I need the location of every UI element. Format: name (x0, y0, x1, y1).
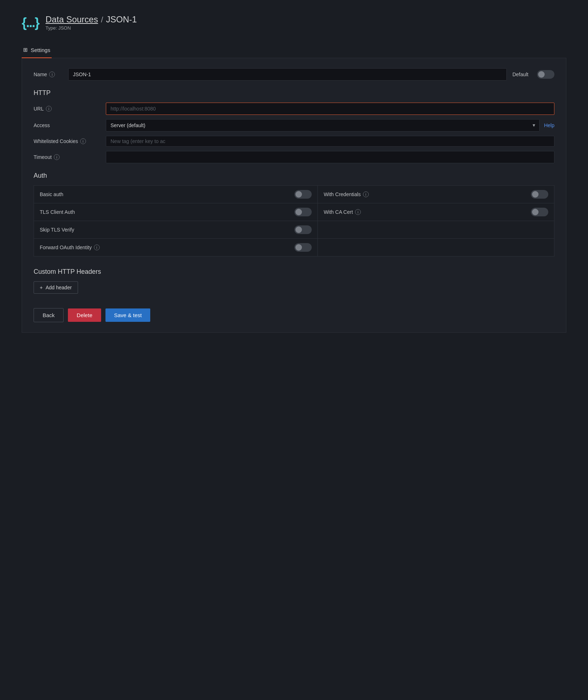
timeout-label: Timeout i (34, 154, 106, 160)
cookies-control (106, 136, 554, 147)
add-header-icon: + (40, 285, 43, 290)
forward-oauth-toggle[interactable] (294, 243, 312, 252)
access-label: Access (34, 122, 106, 128)
page-header: {...} Data Sources / JSON-1 Type: JSON (22, 14, 566, 31)
with-credentials-toggle[interactable] (531, 190, 548, 199)
auth-table: Basic auth With Credentials i (34, 185, 554, 256)
settings-tab-icon: ⊞ (23, 47, 28, 53)
basic-auth-label: Basic auth (40, 191, 63, 197)
forward-oauth-cell: Forward OAuth Identity i (34, 239, 318, 256)
bottom-actions: Back Delete Save & test (34, 308, 554, 322)
save-test-button[interactable]: Save & test (105, 308, 151, 322)
whitelisted-cookies-input[interactable] (106, 136, 554, 147)
auth-section-title: Auth (34, 172, 554, 180)
tls-client-auth-toggle[interactable] (294, 208, 312, 216)
basic-auth-toggle[interactable] (294, 190, 312, 199)
with-credentials-label: With Credentials (324, 191, 361, 197)
tab-settings-label: Settings (31, 47, 50, 53)
default-toggle[interactable] (537, 70, 554, 79)
auth-row-3: Skip TLS Verify (34, 221, 554, 239)
with-ca-cert-info-icon[interactable]: i (355, 209, 361, 215)
delete-button[interactable]: Delete (68, 308, 101, 322)
basic-auth-cell: Basic auth (34, 186, 318, 203)
tabs-bar: ⊞ Settings (22, 42, 566, 58)
auth-row-1: Basic auth With Credentials i (34, 186, 554, 203)
timeout-control (106, 151, 554, 163)
url-label: URL i (34, 106, 106, 112)
url-control (106, 103, 554, 115)
breadcrumb-current: JSON-1 (106, 14, 137, 25)
access-select-wrapper: Server (default) ▼ (106, 119, 540, 131)
add-header-label: Add header (46, 285, 72, 290)
with-ca-cert-label: With CA Cert (324, 209, 353, 215)
app-logo: {...} (22, 15, 39, 30)
name-info-icon[interactable]: i (49, 72, 55, 77)
name-label: Name i (34, 72, 62, 77)
url-info-icon[interactable]: i (46, 106, 52, 112)
url-row: URL i (34, 103, 554, 115)
help-link[interactable]: Help (544, 122, 554, 128)
back-button[interactable]: Back (34, 308, 64, 322)
forward-oauth-label: Forward OAuth Identity (40, 245, 92, 250)
with-ca-cert-cell: With CA Cert i (318, 203, 554, 221)
skip-tls-verify-label: Skip TLS Verify (40, 227, 74, 233)
access-select[interactable]: Server (default) (106, 119, 540, 131)
with-credentials-info-icon[interactable]: i (363, 191, 369, 197)
datasource-type: Type: JSON (46, 25, 137, 31)
auth-row-2: TLS Client Auth With CA Cert i (34, 203, 554, 221)
tls-client-auth-cell: TLS Client Auth (34, 203, 318, 221)
whitelisted-cookies-row: Whitelisted Cookies i (34, 136, 554, 147)
skip-tls-verify-toggle[interactable] (294, 225, 312, 234)
auth-row-4: Forward OAuth Identity i (34, 239, 554, 256)
empty-auth-cell (318, 221, 554, 239)
breadcrumb-separator: / (101, 15, 103, 25)
whitelisted-cookies-label: Whitelisted Cookies i (34, 138, 106, 144)
forward-oauth-info-icon[interactable]: i (94, 245, 100, 250)
settings-panel: Name i Default HTTP URL i Access Server … (22, 58, 566, 333)
tab-settings[interactable]: ⊞ Settings (22, 42, 52, 58)
name-row: Name i Default (34, 68, 554, 81)
skip-tls-verify-cell: Skip TLS Verify (34, 221, 318, 239)
timeout-input[interactable] (106, 151, 554, 163)
breadcrumb-link[interactable]: Data Sources (46, 14, 98, 25)
timeout-row: Timeout i (34, 151, 554, 163)
tls-client-auth-label: TLS Client Auth (40, 209, 75, 215)
empty-auth-cell-2 (318, 239, 554, 256)
custom-headers-title: Custom HTTP Headers (34, 268, 554, 276)
url-input[interactable] (106, 103, 554, 115)
access-row: Access Server (default) ▼ Help (34, 119, 554, 131)
http-section-title: HTTP (34, 89, 554, 97)
with-ca-cert-toggle[interactable] (531, 208, 548, 216)
name-input[interactable] (68, 68, 507, 81)
add-header-button[interactable]: + Add header (34, 281, 78, 294)
breadcrumb: Data Sources / JSON-1 Type: JSON (46, 14, 137, 31)
timeout-info-icon[interactable]: i (54, 154, 60, 160)
cookies-info-icon[interactable]: i (80, 138, 86, 144)
with-credentials-cell: With Credentials i (318, 186, 554, 203)
default-label: Default (513, 72, 528, 77)
